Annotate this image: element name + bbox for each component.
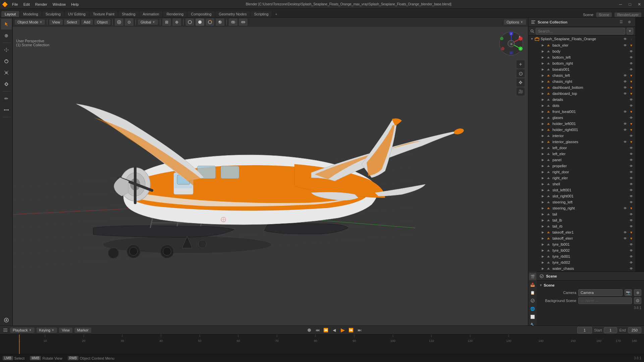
item-visibility[interactable]: 👁 (629, 260, 634, 265)
viewport-area[interactable]: Object Mode ▼ View Select Add Object ⊙ (13, 17, 528, 325)
add-workspace-button[interactable]: + (272, 11, 280, 17)
tab-geometry-nodes[interactable]: Geometry Nodes (215, 11, 250, 17)
blender-logo-icon[interactable]: 🔶 (0, 0, 9, 9)
navigation-gizmo[interactable]: X Y Z ⊕ (498, 30, 525, 57)
item-select[interactable]: ▼ (629, 91, 634, 96)
root-select-btn[interactable]: ↓ (629, 36, 634, 42)
overlay-toggle[interactable] (229, 18, 237, 26)
item-visibility[interactable]: 👁 (623, 109, 628, 114)
item-visibility[interactable]: 👁 (629, 212, 634, 217)
tab-rendering[interactable]: Rendering (163, 11, 187, 17)
cursor-tool-button[interactable]: ⊕ (1, 30, 12, 41)
props-modifier-button[interactable]: 🔧 (529, 321, 536, 325)
menu-edit[interactable]: Edit (21, 0, 33, 8)
move-tool-button[interactable] (1, 45, 12, 55)
item-visibility[interactable]: 👁 (623, 79, 628, 84)
item-visibility[interactable]: 👁 (629, 145, 634, 150)
item-select[interactable]: ▼ (629, 79, 634, 84)
pan-button[interactable]: ✥ (517, 78, 525, 86)
minimize-button[interactable]: ─ (616, 0, 625, 9)
tab-scripting[interactable]: Scripting (251, 11, 272, 17)
object-mode-dropdown[interactable]: Object Mode ▼ (15, 19, 45, 25)
view-menu[interactable]: View (49, 19, 63, 25)
outliner-item[interactable]: ▶ holder_left001 👁 ▼ (535, 121, 635, 127)
play-button[interactable]: ▶ (339, 326, 346, 334)
step-forward-button[interactable]: ⏩ (347, 326, 355, 334)
menu-window[interactable]: Window (50, 0, 68, 8)
item-visibility[interactable]: 👁 (629, 181, 634, 187)
item-select[interactable]: ▼ (629, 43, 634, 48)
zoom-fit-button[interactable]: ⊙ (517, 69, 525, 77)
add-menu[interactable]: Add (81, 19, 93, 25)
item-visibility[interactable]: 👁 (629, 157, 634, 163)
tab-compositing[interactable]: Compositing (187, 11, 215, 17)
jump-to-end-button[interactable]: ⏭ (356, 326, 363, 334)
start-frame-input[interactable] (604, 327, 617, 333)
tab-uv-editing[interactable]: UV Editing (65, 11, 89, 17)
outliner-item[interactable]: ▶ right_eler 👁 (535, 175, 635, 181)
scene-section-header[interactable]: ▼ Scene (539, 283, 641, 287)
item-select[interactable]: ▼ (629, 85, 634, 90)
viewport-shading-wire[interactable] (185, 18, 194, 26)
object-menu[interactable]: Object (94, 19, 110, 25)
item-visibility[interactable]: 👁 (629, 169, 634, 175)
outliner-item[interactable]: ▶ slot_right001 👁 (535, 193, 635, 199)
outliner-item[interactable]: ▶ right_door 👁 (535, 169, 635, 175)
jump-to-start-button[interactable]: ⏮ (314, 326, 321, 334)
root-visibility-btn[interactable]: 👁 (623, 36, 628, 42)
item-visibility[interactable]: 👁 (623, 127, 628, 132)
outliner-item[interactable]: ▶ chasis_left 👁 ▼ (535, 72, 635, 78)
outliner-item[interactable]: ▶ takeoff_eler1 👁 ▼ (535, 229, 635, 235)
step-back-button[interactable]: ⏪ (322, 326, 330, 334)
select-menu[interactable]: Select (64, 19, 80, 25)
outliner-filter-button[interactable]: ☰ (618, 19, 625, 25)
maximize-button[interactable]: □ (625, 0, 635, 9)
current-frame-input[interactable] (577, 327, 592, 334)
menu-help[interactable]: Help (68, 0, 82, 8)
item-visibility[interactable]: 👁 (623, 91, 628, 96)
item-select[interactable]: ▼ (629, 121, 634, 126)
viewport-canvas[interactable]: X Y Z ⊕ (13, 27, 528, 325)
bg-scene-browse-btn[interactable] (634, 297, 641, 304)
props-view-layer-button[interactable]: 📋 (529, 289, 536, 296)
outliner-item[interactable]: ▶ interior_glasses 👁 ▼ (535, 139, 635, 145)
item-visibility[interactable]: 👁 (623, 205, 628, 211)
outliner-item[interactable]: ▶ dashboard_bottom 👁 ▼ (535, 84, 635, 90)
outliner-item[interactable]: ▶ back_eler 👁 ▼ (535, 42, 635, 48)
outliner-item[interactable]: ▶ dots 👁 (535, 103, 635, 109)
item-visibility[interactable]: 👁 (629, 266, 634, 271)
marker-menu[interactable]: Marker (74, 327, 91, 333)
close-button[interactable]: ✕ (635, 0, 644, 9)
menu-render[interactable]: Render (33, 0, 50, 8)
bg-scene-value[interactable]: — None — (578, 297, 632, 304)
item-select[interactable]: ▼ (629, 236, 634, 241)
item-visibility[interactable]: 👁 (629, 163, 634, 169)
transform-tool-button[interactable] (1, 79, 12, 89)
outliner-item[interactable]: ▶ tyre_rb001 👁 (535, 253, 635, 259)
transform-orient[interactable]: ⊕ (172, 18, 181, 26)
item-visibility[interactable]: 👁 (629, 218, 634, 223)
props-scene-button[interactable] (529, 297, 536, 304)
outliner-item[interactable]: ▶ dashboard_top 👁 ▼ (535, 90, 635, 97)
pivot-point[interactable]: ⊞ (162, 18, 171, 26)
outliner-item[interactable]: ▶ bottom_right 👁 (535, 60, 635, 66)
item-visibility[interactable]: 👁 (629, 199, 634, 205)
camera-value[interactable]: Camera (578, 289, 623, 296)
outliner-item[interactable]: ▶ steering_left 👁 (535, 199, 635, 205)
scene-name[interactable]: Scene (596, 12, 612, 17)
item-visibility[interactable]: 👁 (629, 242, 634, 247)
options-dropdown[interactable]: Options ▼ (504, 19, 526, 25)
item-visibility[interactable]: 👁 (623, 139, 628, 144)
outliner-item[interactable]: ▶ body 👁 (535, 48, 635, 54)
item-select[interactable]: ▼ (629, 205, 634, 211)
tab-layout[interactable]: Layout (1, 11, 19, 17)
outliner-item[interactable]: ▶ slot_left001 👁 (535, 187, 635, 193)
item-select[interactable]: ▼ (629, 230, 634, 235)
keying-menu[interactable]: Keying ▼ (37, 327, 57, 333)
item-visibility[interactable]: 👁 (629, 49, 634, 54)
outliner-item[interactable]: ▶ steering_right 👁 ▼ (535, 205, 635, 211)
item-visibility[interactable]: 👁 (629, 55, 634, 60)
item-visibility[interactable]: 👁 (623, 73, 628, 78)
item-visibility[interactable]: 👁 (629, 103, 634, 108)
item-visibility[interactable]: 👁 (623, 85, 628, 90)
